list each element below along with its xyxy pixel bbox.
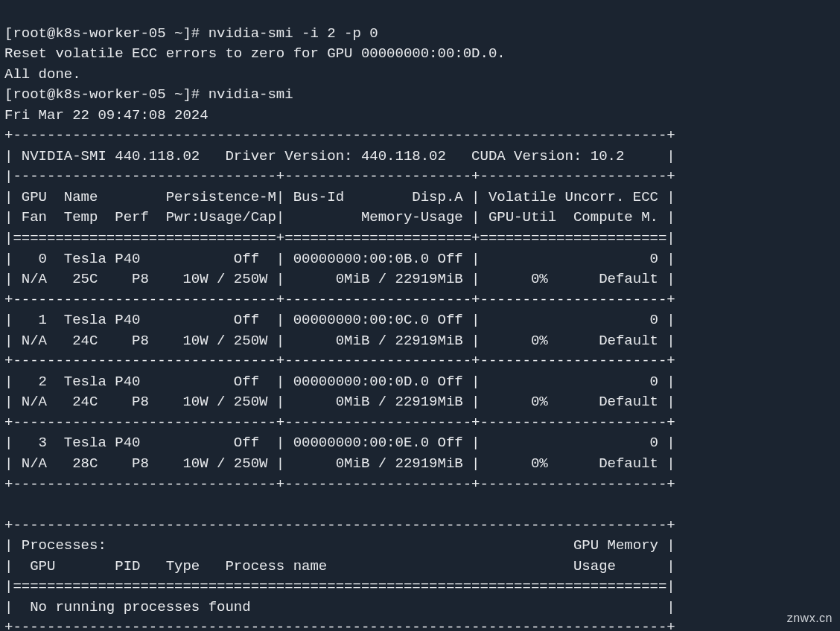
gpu-row: | N/A 25C P8 10W / 250W | 0MiB / 22919Mi… — [4, 271, 675, 287]
table-border: |=======================================… — [4, 578, 675, 595]
table-border: +-------------------------------+-------… — [4, 353, 675, 369]
table-header-row: | Fan Temp Perf Pwr:Usage/Cap| Memory-Us… — [4, 209, 675, 225]
table-border: |-------------------------------+-------… — [4, 168, 675, 185]
table-header-row: | GPU Name Persistence-M| Bus-Id Disp.A … — [4, 189, 675, 205]
gpu-row: | N/A 28C P8 10W / 250W | 0MiB / 22919Mi… — [4, 455, 675, 472]
all-done-message: All done. — [4, 66, 81, 83]
table-border: +-------------------------------+-------… — [4, 292, 675, 308]
table-border: +---------------------------------------… — [4, 127, 675, 144]
table-border: +-------------------------------+-------… — [4, 414, 675, 431]
watermark-text: znwx.cn — [787, 609, 833, 627]
gpu-row: | 0 Tesla P40 Off | 00000000:00:0B.0 Off… — [4, 251, 675, 267]
no-processes-row: | No running processes found | — [4, 599, 675, 615]
table-border: +---------------------------------------… — [4, 517, 675, 534]
terminal-output: [root@k8s-worker-05 ~]# nvidia-smi -i 2 … — [0, 0, 840, 631]
shell-prompt[interactable]: [root@k8s-worker-05 ~]# nvidia-smi — [4, 86, 293, 103]
gpu-row: | 1 Tesla P40 Off | 00000000:00:0C.0 Off… — [4, 312, 675, 328]
table-border: +---------------------------------------… — [4, 619, 675, 631]
processes-header: | GPU PID Type Process name Usage | — [4, 558, 675, 574]
processes-header: | Processes: GPU Memory | — [4, 537, 675, 554]
gpu-row: | 3 Tesla P40 Off | 00000000:00:0E.0 Off… — [4, 435, 675, 451]
shell-prompt[interactable]: [root@k8s-worker-05 ~]# nvidia-smi -i 2 … — [4, 25, 378, 42]
gpu-row: | N/A 24C P8 10W / 250W | 0MiB / 22919Mi… — [4, 333, 675, 349]
gpu-row: | N/A 24C P8 10W / 250W | 0MiB / 22919Mi… — [4, 394, 675, 410]
table-border: +-------------------------------+-------… — [4, 476, 675, 493]
timestamp-line: Fri Mar 22 09:47:08 2024 — [4, 107, 209, 124]
table-border: |===============================+=======… — [4, 230, 675, 246]
gpu-row: | 2 Tesla P40 Off | 00000000:00:0D.0 Off… — [4, 374, 675, 390]
ecc-reset-message: Reset volatile ECC errors to zero for GP… — [4, 45, 506, 62]
smi-version-line: | NVIDIA-SMI 440.118.02 Driver Version: … — [4, 148, 675, 164]
